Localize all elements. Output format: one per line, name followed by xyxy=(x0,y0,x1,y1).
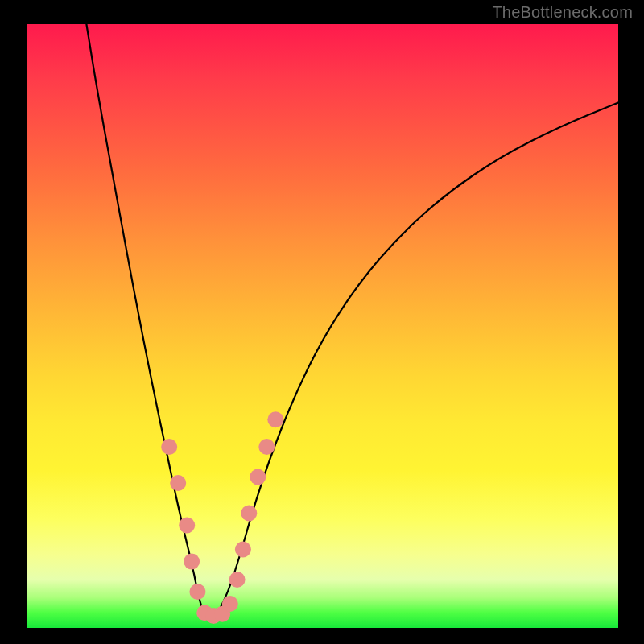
highlight-dots-group xyxy=(161,411,283,624)
highlight-dot xyxy=(229,572,246,588)
highlight-dot xyxy=(179,518,195,534)
highlight-dot xyxy=(235,542,251,558)
watermark-text: TheBottleneck.com xyxy=(492,3,633,22)
curve-layer xyxy=(27,24,618,628)
highlight-dot xyxy=(184,554,200,570)
highlight-dot xyxy=(222,596,238,612)
highlight-dot xyxy=(189,584,205,600)
plot-area xyxy=(27,24,618,628)
chart-stage: TheBottleneck.com xyxy=(0,0,644,644)
bottleneck-curve-path xyxy=(86,24,618,621)
highlight-dot xyxy=(258,439,275,455)
highlight-dot xyxy=(250,469,266,485)
highlight-dot xyxy=(241,506,257,522)
highlight-dot xyxy=(161,439,177,455)
highlight-dot xyxy=(170,475,186,491)
highlight-dot xyxy=(267,411,283,427)
